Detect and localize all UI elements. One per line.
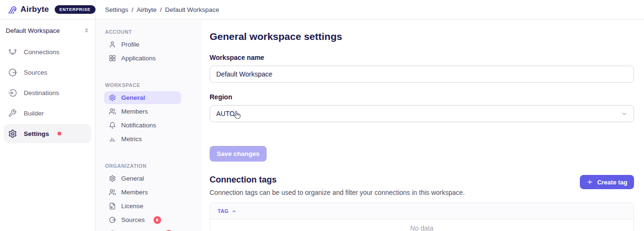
organization-section: General Members [104,172,181,231]
sort-ascending-icon [231,209,237,214]
breadcrumb-airbyte[interactable]: Airbyte [137,6,157,13]
tag-column-label: TAG [218,208,229,214]
user-icon [108,41,116,48]
sidebar-item-label: Settings [24,130,49,137]
workspace-name-label: Workspace name [210,54,634,61]
subnav-item-label: Notifications [121,122,156,129]
connections-icon [8,47,17,57]
settings-notification-dot [58,132,61,135]
breadcrumb: Settings / Airbyte / Default Workspace [96,0,219,19]
subnav-item-org-sources[interactable]: Sources 8 [104,213,181,226]
users-icon [108,108,116,116]
subnav-item-label: Members [121,189,148,196]
brand-name: Airbyte [20,5,49,14]
sidebar-item-destinations[interactable]: Destinations [4,83,91,102]
subnav-item-org-general[interactable]: General [104,172,181,185]
breadcrumb-settings[interactable]: Settings [105,6,128,13]
tag-column-header[interactable]: TAG [210,203,634,220]
connection-tags-text: Connection tags Connection tags can be u… [210,175,465,196]
subnav-item-label: Sources [121,216,145,223]
topbar-brand-area: Airbyte ENTERPRISE [0,0,96,19]
subnav-item-notifications[interactable]: Notifications [104,119,181,132]
workspace-switcher-label: Default Workspace [6,27,60,34]
section-title-organization: ORGANIZATION [105,163,181,169]
wrench-icon [8,108,17,118]
subnav-item-label: Applications [121,55,156,62]
gear-icon [108,94,116,102]
bar-chart-icon [108,135,116,143]
sidebar-item-label: Connections [24,48,59,56]
sidebar-item-label: Destinations [24,89,59,96]
section-title-account: ACCOUNT [105,29,181,35]
main-content: General workspace settings Workspace nam… [202,19,644,231]
subnav-item-label: Members [121,108,148,115]
subnav-item-label: Profile [121,41,139,48]
workspace-section: General Members [104,91,181,145]
connection-tags-description: Connection tags can be used to organize … [210,189,465,196]
region-field: Region AUTO [210,93,634,122]
gear-icon [8,129,17,138]
workspace-switcher[interactable]: Default Workspace [0,24,95,37]
enterprise-badge: ENTERPRISE [55,5,96,14]
sidebar-item-settings[interactable]: Settings [4,124,91,143]
subnav-item-org-destinations[interactable]: Destinations 4 [104,227,181,231]
license-file-icon [108,202,116,210]
topbar: Airbyte ENTERPRISE Settings / Airbyte / … [0,0,644,19]
gear-icon [108,175,116,183]
breadcrumb-separator: / [160,6,162,13]
source-icon [108,216,116,224]
create-tag-label: Create tag [597,179,627,186]
table-empty-state: No data [210,220,634,231]
main-sidebar: Default Workspace Connections [0,19,96,231]
sources-count-badge: 8 [154,216,161,224]
users-icon [108,189,116,196]
sidebar-item-builder[interactable]: Builder [4,104,91,123]
sidebar-item-sources[interactable]: Sources [4,63,91,82]
region-select[interactable]: AUTO [210,105,634,122]
source-icon [8,67,17,77]
sidebar-nav: Connections Sources [0,42,95,143]
bell-icon [108,122,116,129]
subnav-item-label: General [121,175,144,182]
sidebar-item-connections[interactable]: Connections [4,42,91,61]
airbyte-logo-icon [7,4,17,15]
subnav-item-label: General [121,94,145,101]
create-tag-button[interactable]: Create tag [580,175,634,189]
region-label: Region [210,93,634,101]
grid-icon [108,55,116,62]
subnav-item-org-members[interactable]: Members [104,186,181,199]
account-section: Profile Applications [104,38,181,65]
sidebar-item-label: Builder [24,110,44,117]
airbyte-logo[interactable]: Airbyte [7,4,49,15]
settings-subnav: ACCOUNT Profile [96,19,202,231]
subnav-item-metrics[interactable]: Metrics [104,133,181,145]
subnav-item-label: Metrics [121,135,142,143]
breadcrumb-separator: / [132,6,134,13]
chevron-down-icon [621,111,627,117]
workspace-name-input[interactable] [210,66,634,83]
breadcrumb-default-workspace[interactable]: Default Workspace [165,6,219,13]
section-title-workspace: WORKSPACE [105,82,181,88]
connection-tags-table: TAG No data [210,202,634,231]
subnav-item-workspace-general[interactable]: General [104,91,181,104]
subnav-item-label: License [121,202,144,210]
subnav-item-applications[interactable]: Applications [104,52,181,65]
page-title: General workspace settings [210,31,634,42]
save-changes-button[interactable]: Save changes [210,146,267,162]
app-window: Airbyte ENTERPRISE Settings / Airbyte / … [0,0,644,231]
workspace-name-field: Workspace name [210,54,634,83]
sidebar-item-label: Sources [24,69,48,76]
region-selected-value: AUTO [216,110,235,117]
connection-tags-header: Connection tags Connection tags can be u… [210,175,634,196]
subnav-item-workspace-members[interactable]: Members [104,105,181,118]
plus-icon [586,179,593,185]
chevrons-updown-icon [84,28,89,33]
subnav-item-profile[interactable]: Profile [104,38,181,51]
destination-icon [8,88,17,97]
subnav-item-license[interactable]: License [104,200,181,212]
connection-tags-title: Connection tags [210,175,465,185]
